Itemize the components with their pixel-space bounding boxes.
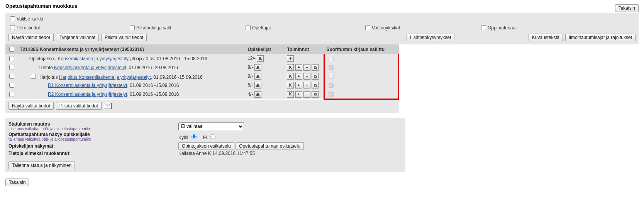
visibility-sub: tallennus vaikuttaa pää- ja aliopetustap… xyxy=(8,137,178,141)
plus-icon[interactable]: + xyxy=(287,55,294,62)
minus-icon[interactable]: − xyxy=(303,64,310,71)
kuvaustekstit-button[interactable]: Kuvaustekstit xyxy=(529,34,563,41)
perustiedot-checkbox[interactable] xyxy=(10,25,15,30)
perustiedot-label: Perustiedot xyxy=(17,25,40,31)
person-icon[interactable] xyxy=(254,91,261,98)
save-status-button[interactable]: Tallenna status ja näkyminen xyxy=(8,162,75,169)
vastuuyksikot-label: Vastuuyksiköt xyxy=(372,25,400,31)
table-select-all-checkbox[interactable] xyxy=(9,47,14,52)
copy-icon[interactable]: ⧉ xyxy=(312,73,319,80)
row-checkbox[interactable] xyxy=(9,65,14,70)
row-link[interactable]: R2 Konsernilaskenta ja yritysjärjestelyt xyxy=(48,92,127,97)
preview-course-button[interactable]: Opintojakson esikatselu xyxy=(178,142,234,150)
hide-selected-button-2[interactable]: Piilota valitut tiedot xyxy=(56,102,102,110)
k-icon[interactable]: K xyxy=(287,73,294,80)
suoritus-checkbox xyxy=(329,65,334,70)
suoritus-checkbox xyxy=(329,92,334,97)
row-suffix: , 01.09.2016 -15.09.2016 xyxy=(151,75,202,80)
aikataulut-checkbox[interactable] xyxy=(130,25,135,30)
clear-selections-button[interactable]: Tyhjennä valinnat xyxy=(56,34,99,41)
radio-no[interactable] xyxy=(210,134,215,139)
select-all-label: Valitse kaikki xyxy=(17,16,43,22)
page-title: Opetustapahtuman muokkaus xyxy=(5,3,77,9)
visibility-label: Opetustapahtuma näkyy opiskelijalle xyxy=(8,132,178,137)
show-selected-button-2[interactable]: Näytä valitut tiedot xyxy=(8,102,54,110)
row-suffix: , 01.09.2016 -15.09.2016 xyxy=(127,92,179,97)
radio-yes[interactable] xyxy=(192,134,197,139)
k-icon[interactable]: K xyxy=(287,91,294,98)
table-row: R1 Konsernilaskenta ja yritysjärjestelyt… xyxy=(5,81,399,90)
course-table: 721136S Konsernilaskenta ja yritysjärjes… xyxy=(5,44,399,100)
show-selected-button[interactable]: Näytä valitut tiedot xyxy=(8,34,54,41)
person-icon[interactable] xyxy=(254,73,261,80)
row-link[interactable]: Konsernilaskenta ja yritysjärjestelyt xyxy=(58,56,130,61)
back-button-bottom[interactable]: Takaisin xyxy=(5,179,29,186)
row-link[interactable]: R1 Konsernilaskenta ja yritysjärjestelyt xyxy=(48,83,127,88)
k-icon[interactable]: K xyxy=(287,82,294,88)
copy-icon[interactable]: ⧉ xyxy=(312,64,319,71)
table-row: Harjoitus Harjoitus Konsernilaskenta ja … xyxy=(5,72,399,81)
back-button-top[interactable]: Takaisin xyxy=(615,4,639,12)
plus-icon[interactable]: + xyxy=(295,91,302,98)
person-icon[interactable] xyxy=(254,82,261,88)
students-count: 4/- xyxy=(247,91,253,97)
th-opiskelijat: Opiskelijat xyxy=(245,44,285,54)
students-count: 5/- xyxy=(247,82,253,88)
row-checkbox[interactable] xyxy=(9,92,14,97)
row-checkbox[interactable] xyxy=(9,83,14,88)
students-count: 8/- xyxy=(247,65,253,70)
suoritus-checkbox xyxy=(329,56,334,61)
table-row: Luento Konsernilaskenta ja yritysjärjest… xyxy=(5,63,399,72)
table-row: R2 Konsernilaskenta ja yritysjärjestelyt… xyxy=(5,90,399,99)
oppimateriaali-label: Oppimateriaali xyxy=(488,25,517,31)
suoritus-checkbox xyxy=(329,74,334,79)
row-link[interactable]: Konsernilaskenta ja yritysjärjestelyt xyxy=(54,65,126,70)
plus-icon[interactable]: + xyxy=(295,64,302,71)
hide-selected-button[interactable]: Piilota valitut tiedot xyxy=(101,34,147,41)
students-count: 12/- xyxy=(247,56,256,61)
row-prefix: Opintojakso , xyxy=(29,56,58,61)
status-label: Statuksien muutos xyxy=(8,121,178,127)
status-select[interactable]: Ei valintaa xyxy=(178,122,244,130)
row-checkbox[interactable] xyxy=(9,74,14,79)
row-prefix: Harjoitus xyxy=(39,75,59,80)
aikataulut-label: Aikataulut ja salit xyxy=(136,25,171,31)
radio-no-label: Ei xyxy=(203,135,207,140)
status-sub: tallennus vaikuttaa pää- ja aliopetustap… xyxy=(8,127,178,131)
row-suffix: / 0 ov, 01.08.2016 - 15.08.2016 xyxy=(142,56,207,61)
preview-event-button[interactable]: Opetustapahtuman esikatselu xyxy=(236,142,304,150)
lastedit-label: Tietoja viimeksi muokannut: xyxy=(8,151,178,156)
row-suffix-bold: , 6 op xyxy=(130,56,142,61)
suoritus-checkbox xyxy=(329,83,334,88)
row-suffix: , 01.08.2016 -29.08.2016 xyxy=(126,65,178,70)
select-all-checkbox[interactable] xyxy=(10,16,15,21)
person-icon[interactable] xyxy=(254,64,261,71)
minus-icon[interactable]: − xyxy=(303,73,310,80)
row-checkbox[interactable] xyxy=(9,56,14,61)
copy-icon[interactable]: ⧉ xyxy=(312,82,319,88)
minus-icon[interactable]: − xyxy=(303,82,310,88)
plus-icon[interactable]: + xyxy=(295,73,302,80)
th-name: 721136S Konsernilaskenta ja yritysjärjes… xyxy=(18,44,245,54)
person-icon[interactable] xyxy=(257,55,264,62)
mail-icon[interactable] xyxy=(104,103,112,109)
filter-panel: Valitse kaikki Perustiedot Aikataulut ja… xyxy=(5,13,639,44)
plus-icon[interactable]: + xyxy=(295,82,302,88)
k-icon[interactable]: K xyxy=(287,64,294,71)
views-label: Opiskelijan näkymät: xyxy=(8,143,178,149)
lisatieto-button[interactable]: Lisätietokysymykset xyxy=(407,34,455,41)
opettajat-checkbox[interactable] xyxy=(246,25,251,30)
radio-yes-label: Kyllä xyxy=(178,135,188,140)
th-toiminnot: Toiminnot xyxy=(285,44,324,54)
oppimateriaali-checkbox[interactable] xyxy=(481,25,486,30)
lastedit-value: Kallatsa Anne K 14.09.2016 11:47:55 xyxy=(178,151,255,156)
row-prefix: Luento xyxy=(39,65,54,70)
row-suffix: , 01.09.2016 -15.09.2016 xyxy=(127,83,179,88)
vastuuyksikot-checkbox[interactable] xyxy=(365,25,370,30)
minus-icon[interactable]: − xyxy=(303,91,310,98)
row-sub-checkbox[interactable] xyxy=(31,74,36,79)
ilmoittautumis-button[interactable]: Ilmoittautumisajat ja rajoitukset xyxy=(565,34,636,41)
opettajat-label: Opettajat xyxy=(252,25,271,31)
copy-icon[interactable]: ⧉ xyxy=(312,91,319,98)
row-link[interactable]: Harjoitus Konsernilaskenta ja yritysjärj… xyxy=(59,75,151,80)
